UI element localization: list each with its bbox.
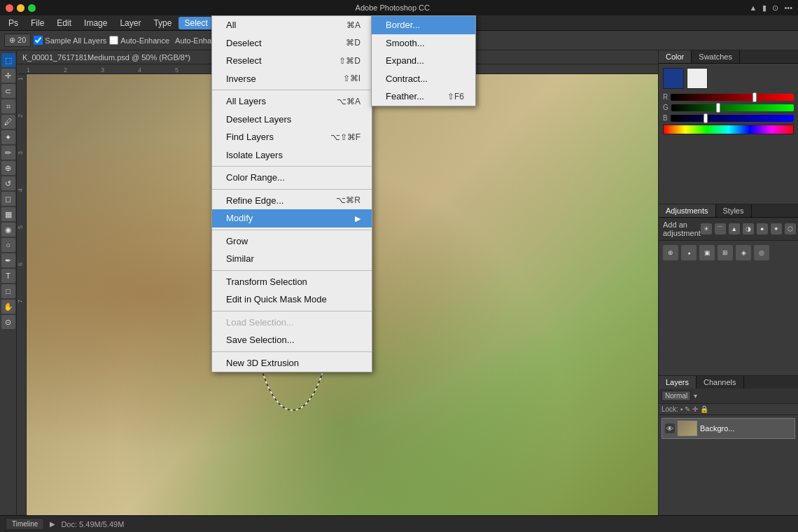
menu-edit[interactable]: Edit <box>51 17 77 29</box>
menu-inverse[interactable]: Inverse ⇧⌘I <box>212 70 372 88</box>
menu-save-selection[interactable]: Save Selection... <box>212 331 372 349</box>
type-tool[interactable]: T <box>1 269 15 283</box>
ruler-tick: 5 <box>175 66 178 74</box>
menu-select[interactable]: Select <box>178 17 213 29</box>
auto-enhance-checkbox[interactable]: Auto-Enhance <box>109 36 169 45</box>
layer-visibility-eye[interactable]: 👁 <box>665 424 675 433</box>
gradient-tool[interactable]: ▦ <box>1 207 15 221</box>
lock-image-icon[interactable]: ✎ <box>685 405 690 413</box>
menu-grow[interactable]: Grow <box>212 232 372 251</box>
menu-refine-edge[interactable]: Refine Edge... ⌥⌘R <box>212 192 372 210</box>
tab-swatches[interactable]: Swatches <box>692 50 740 63</box>
blur-tool[interactable]: ◉ <box>1 223 15 237</box>
menu-all[interactable]: All ⌘A <box>212 16 372 34</box>
ruler-tick: 1 <box>27 66 30 74</box>
red-slider[interactable] <box>671 94 794 101</box>
menu-similar[interactable]: Similar <box>212 250 372 268</box>
eye-dropper-tool[interactable]: 🖊 <box>1 115 15 129</box>
window-controls[interactable] <box>6 4 36 12</box>
heal-tool[interactable]: ✦ <box>1 130 15 144</box>
red-thumb[interactable] <box>752 92 757 102</box>
shape-tool[interactable]: □ <box>1 284 15 298</box>
minimize-button[interactable] <box>17 4 24 12</box>
modify-submenu[interactable]: Border... Smooth... Expand... Contract..… <box>371 15 476 106</box>
pen-tool[interactable]: ✒ <box>1 253 15 267</box>
select-menu[interactable]: All ⌘A Deselect ⌘D Reselect ⇧⌘D Inverse … <box>211 15 372 372</box>
brush-tool[interactable]: ✏ <box>1 146 15 160</box>
submenu-expand[interactable]: Expand... <box>372 52 475 70</box>
green-thumb[interactable] <box>716 103 720 113</box>
brightness-icon[interactable]: ☀ <box>701 223 712 234</box>
menu-transform-selection[interactable]: Transform Selection <box>212 273 372 291</box>
tab-color[interactable]: Color <box>659 50 692 63</box>
maximize-button[interactable] <box>28 4 36 12</box>
adj-btn-3[interactable]: ▣ <box>699 245 715 260</box>
menu-quick-mask[interactable]: Edit in Quick Mask Mode <box>212 290 372 309</box>
timeline-button[interactable]: Timeline <box>6 518 44 530</box>
tool-options[interactable]: ⊕ 20 <box>4 34 31 47</box>
saturation-icon[interactable]: ● <box>757 223 768 234</box>
crop-tool[interactable]: ⌗ <box>1 99 15 113</box>
blue-label: B <box>663 114 668 122</box>
clone-tool[interactable]: ⊕ <box>1 161 15 175</box>
menu-reselect[interactable]: Reselect ⇧⌘D <box>212 52 372 70</box>
history-tool[interactable]: ↺ <box>1 176 15 190</box>
menu-all-layers[interactable]: All Layers ⌥⌘A <box>212 92 372 111</box>
green-slider[interactable] <box>671 104 794 111</box>
adj-btn-4[interactable]: ⊞ <box>718 245 733 260</box>
submenu-feather[interactable]: Feather... ⇧F6 <box>372 88 475 106</box>
blue-thumb[interactable] <box>704 113 708 123</box>
submenu-contract[interactable]: Contract... <box>372 70 475 88</box>
levels-icon[interactable]: ▲ <box>729 223 740 234</box>
menu-file[interactable]: File <box>25 17 50 29</box>
lock-all-icon[interactable]: 🔒 <box>700 405 708 413</box>
divider <box>212 351 372 352</box>
vibrance-icon[interactable]: ✦ <box>771 223 782 234</box>
menu-ps[interactable]: Ps <box>3 17 24 29</box>
adj-btn-2[interactable]: ⬥ <box>681 245 696 260</box>
green-slider-row: G <box>663 104 794 111</box>
close-button[interactable] <box>6 4 13 12</box>
divider <box>212 230 372 230</box>
menu-color-range[interactable]: Color Range... <box>212 169 372 187</box>
lasso-tool[interactable]: ⊂ <box>1 84 15 98</box>
adj-btn-5[interactable]: ◈ <box>736 245 751 260</box>
tab-layers[interactable]: Layers <box>659 376 696 388</box>
sample-all-layers-checkbox[interactable]: Sample All Layers <box>34 36 106 45</box>
menu-modify[interactable]: Modify ▶ <box>212 209 372 227</box>
menu-layer[interactable]: Layer <box>114 17 146 29</box>
select-tool[interactable]: ⬚ <box>1 53 15 67</box>
menu-type[interactable]: Type <box>148 17 177 29</box>
tab-channels[interactable]: Channels <box>696 376 743 388</box>
colorbalance-icon[interactable]: ⬡ <box>785 223 796 234</box>
hand-tool[interactable]: ✋ <box>1 300 15 314</box>
curves-icon[interactable]: ⌒ <box>715 223 726 234</box>
dodge-tool[interactable]: ○ <box>1 238 15 252</box>
menu-isolate-layers[interactable]: Isolate Layers <box>212 146 372 164</box>
lock-position-icon[interactable]: ✛ <box>692 405 698 413</box>
zoom-tool[interactable]: ⊙ <box>1 315 15 329</box>
menu-image[interactable]: Image <box>78 17 113 29</box>
eraser-tool[interactable]: ◻ <box>1 192 15 206</box>
blue-slider[interactable] <box>671 115 794 122</box>
blend-mode-dropdown[interactable]: Normal <box>662 391 691 401</box>
move-tool[interactable]: ✛ <box>1 69 15 83</box>
tab-adjustments[interactable]: Adjustments <box>659 204 716 217</box>
menu-deselect[interactable]: Deselect ⌘D <box>212 34 372 52</box>
submenu-smooth[interactable]: Smooth... <box>372 34 475 52</box>
lock-transparent-icon[interactable]: ▪ <box>680 405 683 413</box>
tab-styles[interactable]: Styles <box>716 204 752 217</box>
hue-bar[interactable] <box>663 125 794 134</box>
menu-new-3d-extrusion[interactable]: New 3D Extrusion <box>212 354 372 372</box>
adj-btn-6[interactable]: ◎ <box>754 245 769 260</box>
submenu-border[interactable]: Border... <box>372 16 475 34</box>
layer-row[interactable]: 👁 Backgro... <box>662 418 795 439</box>
menu-deselect-layers[interactable]: Deselect Layers <box>212 111 372 129</box>
adj-btn-1[interactable]: ⊕ <box>663 245 678 260</box>
adjustment-buttons: ⊕ ⬥ ▣ ⊞ ◈ ◎ <box>659 241 798 265</box>
menu-find-layers[interactable]: Find Layers ⌥⇧⌘F <box>212 128 372 146</box>
layers-controls: Normal ▾ <box>659 388 798 404</box>
hue-icon[interactable]: ◑ <box>743 223 754 234</box>
foreground-color[interactable] <box>663 68 684 89</box>
background-color[interactable] <box>687 68 708 89</box>
